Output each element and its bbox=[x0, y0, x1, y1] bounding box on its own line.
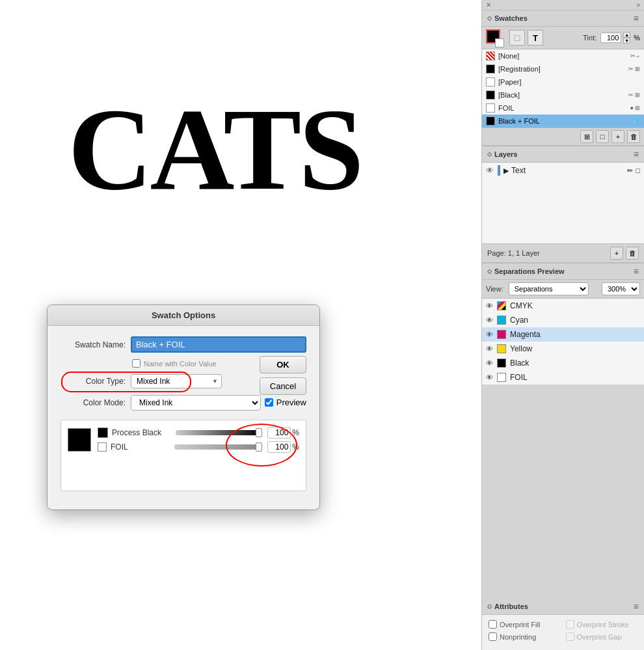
sep-menu-icon[interactable]: ≡ bbox=[634, 266, 639, 277]
process-black-slider[interactable] bbox=[176, 430, 262, 435]
sep-item-foil[interactable]: 👁 FOIL bbox=[482, 370, 644, 385]
swatch-item-none[interactable]: [None] ✂ ⌐ bbox=[482, 49, 644, 62]
page-info-text: Page: 1, 1 Layer bbox=[487, 249, 540, 257]
layers-menu-icon[interactable]: ≡ bbox=[634, 149, 639, 159]
sep-collapse-icon[interactable]: ◇ bbox=[487, 268, 492, 275]
swatches-collapse-icon[interactable]: ◇ bbox=[487, 15, 492, 21]
sep-item-yellow[interactable]: 👁 Yellow bbox=[482, 342, 644, 356]
attributes-panel: ◇ Attributes ≡ Overprint Fill Overprint … bbox=[482, 599, 644, 650]
sep-magenta-eye[interactable]: 👁 bbox=[486, 331, 493, 338]
right-panel: ✕ » ◇ Swatches ≡ □ T Tint: ▲ bbox=[481, 0, 644, 650]
attributes-panel-header: ◇ Attributes ≡ bbox=[482, 599, 644, 615]
swatch-item-paper[interactable]: [Paper] bbox=[482, 75, 644, 88]
tint-down-btn[interactable]: ▼ bbox=[623, 38, 630, 44]
swatch-new-btn[interactable]: □ bbox=[596, 130, 609, 143]
process-black-controls: Process Black % FOIL bbox=[98, 427, 299, 453]
color-mode-select[interactable]: Mixed Ink CMYK RGB bbox=[131, 395, 261, 411]
color-mode-label: Color Mode: bbox=[60, 398, 126, 407]
foil-value[interactable] bbox=[267, 441, 291, 453]
cancel-button[interactable]: Cancel bbox=[260, 377, 306, 395]
swatch-add-btn[interactable]: + bbox=[611, 130, 624, 143]
sep-black-eye[interactable]: 👁 bbox=[486, 359, 493, 367]
separations-panel-header: ◇ Separations Preview ≡ bbox=[482, 264, 644, 280]
sep-item-black[interactable]: 👁 Black bbox=[482, 356, 644, 370]
sep-item-cyan[interactable]: 👁 Cyan bbox=[482, 313, 644, 327]
sep-magenta-color bbox=[497, 330, 506, 339]
preview-checkbox[interactable] bbox=[265, 398, 273, 407]
scissors-icon2: ✂ bbox=[628, 66, 634, 72]
layers-title: Layers bbox=[494, 150, 517, 158]
sep-view-select[interactable]: Separations Composite In-RIP Separations bbox=[509, 282, 589, 295]
nonprinting-label[interactable]: Nonprinting bbox=[489, 632, 561, 641]
panel-close-x[interactable]: ✕ bbox=[486, 1, 491, 8]
layer-expand-arrow[interactable]: ▶ bbox=[503, 167, 509, 175]
swatches-header-left: ◇ Swatches bbox=[487, 14, 528, 22]
swatch-registration-color bbox=[486, 64, 495, 74]
name-with-color-checkbox[interactable] bbox=[132, 359, 141, 368]
overprint-stroke-label[interactable]: Overprint Stroke bbox=[566, 620, 638, 629]
grid-icon: ⊞ bbox=[635, 66, 640, 72]
nonprinting-text: Nonprinting bbox=[500, 633, 536, 641]
swatch-item-registration[interactable]: [Registration] ✂ ⊞ bbox=[482, 62, 644, 75]
sep-magenta-label: Magenta bbox=[510, 330, 541, 339]
overprint-stroke-checkbox[interactable] bbox=[566, 620, 574, 629]
foil-thumb[interactable] bbox=[256, 442, 262, 452]
overprint-fill-label[interactable]: Overprint Fill bbox=[489, 620, 561, 629]
sep-foil-label: FOIL bbox=[510, 373, 528, 382]
ok-button[interactable]: OK bbox=[260, 356, 306, 373]
swatch-item-black-foil[interactable]: Black + FOIL 💧 bbox=[482, 115, 644, 128]
nonprinting-checkbox[interactable] bbox=[489, 632, 497, 641]
separations-toolbar: View: Separations Composite In-RIP Separ… bbox=[482, 280, 644, 299]
swatch-name-input[interactable] bbox=[131, 336, 306, 353]
sep-cmyk-eye[interactable]: 👁 bbox=[486, 302, 493, 310]
attr-nonprinting-row: Nonprinting Overprint Gap bbox=[489, 632, 637, 641]
swatches-menu-icon[interactable]: ≡ bbox=[634, 13, 639, 23]
swatch-black-foil-icons: 💧 bbox=[633, 118, 640, 124]
foil-slider[interactable] bbox=[174, 444, 262, 450]
sep-item-cmyk[interactable]: 👁 CMYK bbox=[482, 299, 644, 313]
sep-yellow-color bbox=[497, 344, 506, 353]
cmyk-icon: ⊞ bbox=[635, 92, 640, 98]
swatch-fill-preview[interactable] bbox=[486, 29, 503, 46]
layer-item-text[interactable]: 👁 ▶ Text ✏ □ bbox=[482, 163, 644, 178]
preview-label: Preview bbox=[276, 398, 306, 407]
layer-lock-icon[interactable]: □ bbox=[636, 167, 640, 174]
sep-foil-eye[interactable]: 👁 bbox=[486, 373, 493, 381]
swatch-delete-btn[interactable]: 🗑 bbox=[627, 130, 640, 143]
tint-label: Tint: bbox=[583, 34, 597, 42]
process-black-thumb[interactable] bbox=[256, 428, 262, 437]
separations-list: 👁 CMYK 👁 Cyan 👁 Magenta 👁 Yellow bbox=[482, 299, 644, 385]
layers-new-btn[interactable]: + bbox=[610, 247, 623, 260]
layers-action-btns: + 🗑 bbox=[610, 247, 639, 260]
swatch-none-btn[interactable]: □ bbox=[509, 30, 525, 46]
layers-page-info: Page: 1, 1 Layer + 🗑 bbox=[482, 243, 644, 263]
sep-zoom-select[interactable]: 300% 100% 200% 150% bbox=[602, 282, 640, 295]
swatch-new-group-btn[interactable]: ⊞ bbox=[580, 130, 593, 143]
tint-up-btn[interactable]: ▲ bbox=[623, 32, 630, 38]
preview-check: Preview bbox=[265, 398, 306, 407]
color-type-select[interactable]: Mixed Ink Process Spot bbox=[131, 374, 222, 388]
swatch-item-foil[interactable]: FOIL ● ⊞ bbox=[482, 102, 644, 115]
circle-icon: ● bbox=[630, 105, 634, 111]
sep-cyan-eye[interactable]: 👁 bbox=[486, 316, 493, 324]
swatch-name-row: Swatch Name: bbox=[60, 336, 306, 353]
process-black-value[interactable] bbox=[267, 427, 291, 439]
overprint-gap-label[interactable]: Overprint Gap bbox=[566, 632, 638, 641]
sep-item-magenta[interactable]: 👁 Magenta bbox=[482, 327, 644, 342]
swatch-black-foil-label: Black + FOIL bbox=[498, 117, 540, 125]
overprint-gap-checkbox[interactable] bbox=[566, 632, 574, 641]
layers-collapse-icon[interactable]: ◇ bbox=[487, 151, 492, 157]
attr-menu-icon[interactable]: ≡ bbox=[634, 601, 639, 612]
swatch-T-btn[interactable]: T bbox=[528, 30, 543, 46]
panel-collapse-arrow[interactable]: » bbox=[636, 1, 640, 8]
attr-collapse-icon[interactable]: ◇ bbox=[487, 603, 492, 610]
layer-eye-icon[interactable]: 👁 bbox=[486, 166, 494, 175]
sep-yellow-eye[interactable]: 👁 bbox=[486, 345, 493, 353]
tint-unit: % bbox=[634, 34, 640, 42]
layers-delete-btn[interactable]: 🗑 bbox=[626, 247, 639, 260]
overprint-fill-checkbox[interactable] bbox=[489, 620, 497, 629]
dialog-buttons: OK Cancel bbox=[260, 356, 306, 395]
swatch-item-black[interactable]: [Black] ✂ ⊞ bbox=[482, 88, 644, 102]
tint-input[interactable] bbox=[600, 33, 621, 43]
layer-edit-icon[interactable]: ✏ bbox=[627, 167, 633, 175]
